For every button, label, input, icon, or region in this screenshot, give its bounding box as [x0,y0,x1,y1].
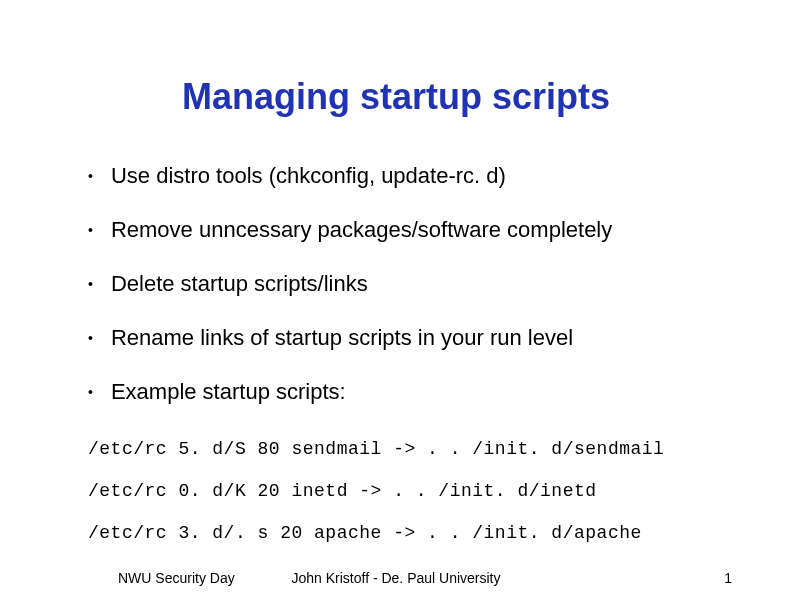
footer-page-number: 1 [724,570,732,586]
slide-title: Managing startup scripts [0,76,792,118]
bullet-text: Remove unncessary packages/software comp… [111,216,612,244]
code-line: /etc/rc 3. d/. s 20 apache -> . . /init.… [88,522,722,544]
list-item: • Remove unncessary packages/software co… [88,216,722,244]
bullet-text: Delete startup scripts/links [111,270,368,298]
slide: Managing startup scripts • Use distro to… [0,0,792,612]
bullet-dot-icon: • [88,378,93,406]
list-item: • Rename links of startup scripts in you… [88,324,722,352]
bullet-text: Example startup scripts: [111,378,346,406]
bullet-dot-icon: • [88,270,93,298]
bullet-dot-icon: • [88,324,93,352]
bullet-text: Rename links of startup scripts in your … [111,324,573,352]
footer-center: John Kristoff - De. Paul University [0,570,792,586]
code-line: /etc/rc 5. d/S 80 sendmail -> . . /init.… [88,438,722,460]
list-item: • Use distro tools (chkconfig, update-rc… [88,162,722,190]
list-item: • Example startup scripts: [88,378,722,406]
bullet-dot-icon: • [88,216,93,244]
bullet-text: Use distro tools (chkconfig, update-rc. … [111,162,506,190]
code-line: /etc/rc 0. d/K 20 inetd -> . . /init. d/… [88,480,722,502]
code-block: /etc/rc 5. d/S 80 sendmail -> . . /init.… [88,438,722,564]
list-item: • Delete startup scripts/links [88,270,722,298]
bullet-list: • Use distro tools (chkconfig, update-rc… [88,162,722,432]
bullet-dot-icon: • [88,162,93,190]
